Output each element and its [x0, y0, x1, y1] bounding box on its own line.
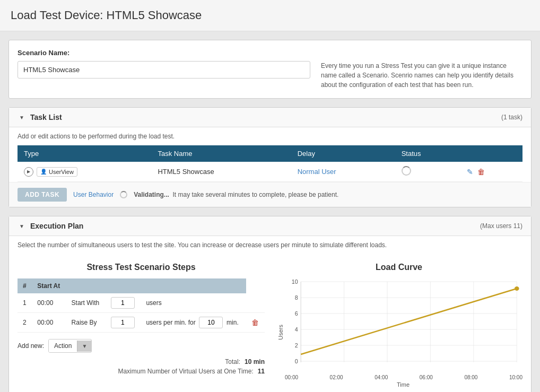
steps-totals: Total: 10 min Maximum Number of Virtual … [18, 358, 265, 375]
step-num-1: 1 [18, 293, 32, 313]
x-label-5: 10:00 [509, 374, 522, 380]
chart-area: Users [275, 276, 522, 388]
userview-label: UserView [49, 169, 74, 175]
step-action-2: Raise By [66, 313, 106, 333]
scenario-name-label: Scenario Name: [18, 49, 522, 57]
task-table-wrapper: Type Task Name Delay Status ▶ 👤 [9, 145, 531, 182]
svg-point-18 [515, 286, 519, 291]
step-start-1: 00:00 [32, 293, 66, 313]
max-users-value: 11 [258, 368, 265, 375]
col-delay: Delay [291, 145, 395, 162]
x-label-1: 02:00 [330, 374, 343, 380]
col-actions [460, 145, 522, 162]
execution-plan-header: ▼ Execution Plan (Max users 11) [9, 216, 531, 236]
task-list-header: ▼ Task List (1 task) [9, 108, 531, 127]
step-val-2 [106, 313, 141, 333]
step-action-1: Start With [66, 293, 106, 313]
step-num-2: 2 [18, 313, 32, 333]
play-button[interactable]: ▶ [24, 167, 33, 177]
step-duration-input-2[interactable] [199, 317, 223, 328]
validating-text: Validating... It may take several minute… [134, 191, 338, 198]
execution-plan-title: ▼ Execution Plan [18, 222, 83, 230]
svg-text:0: 0 [295, 359, 298, 364]
normal-user-link[interactable]: Normal User [298, 168, 336, 176]
steps-col-action [66, 278, 106, 293]
x-label-4: 08:00 [464, 374, 477, 380]
task-action-cell: ✎ 🗑 [460, 162, 522, 182]
task-table: Type Task Name Delay Status ▶ 👤 [18, 145, 522, 182]
scenario-input-wrap [18, 61, 310, 90]
svg-text:6: 6 [295, 311, 298, 317]
edit-task-icon[interactable]: ✎ [467, 168, 473, 176]
x-axis-title: Time [284, 381, 522, 388]
col-status: Status [395, 145, 460, 162]
steps-row-2: 2 00:00 Raise By users per min. for min. [18, 313, 265, 333]
task-list-title-text: Task List [30, 113, 62, 121]
collapse-task-icon[interactable]: ▼ [18, 113, 26, 121]
userview-icon: 👤 [40, 169, 47, 175]
task-list-title: ▼ Task List [18, 113, 62, 121]
task-table-header-row: Type Task Name Delay Status [18, 145, 522, 162]
status-spinner [402, 166, 411, 176]
total-value: 10 min [245, 358, 265, 365]
execution-description: Select the number of simultaneous users … [9, 236, 531, 254]
steps-col-unit [141, 278, 246, 293]
action-dropdown-label[interactable]: Action [49, 339, 77, 352]
task-footer: ADD TASK User Behavior Validating... It … [9, 182, 531, 207]
step-unit-2: users per min. for min. [141, 313, 246, 333]
step-unit-1: users [141, 293, 246, 313]
dropdown-arrow-icon[interactable]: ▼ [77, 341, 91, 352]
step-delete-2: 🗑 [246, 313, 265, 333]
task-list-card: ▼ Task List (1 task) Add or edit actions… [8, 107, 532, 207]
chart-inner: 0 2 4 6 8 10 [284, 276, 522, 388]
load-curve-chart: 0 2 4 6 8 10 [284, 276, 522, 372]
x-axis-labels: 00:00 02:00 04:00 06:00 08:00 10:00 [284, 374, 522, 380]
steps-row-1: 1 00:00 Start With users [18, 293, 265, 313]
step-unit-text-2: users per min. for [146, 319, 195, 326]
task-list-description: Add or edit actions to be performed duri… [9, 127, 531, 145]
svg-text:8: 8 [295, 295, 298, 301]
delete-task-icon[interactable]: 🗑 [477, 168, 485, 176]
execution-layout: Stress Test Scenario Steps # Start At [9, 254, 531, 392]
scenario-section: Scenario Name: Every time you run a Stre… [9, 40, 531, 98]
task-action-icons: ✎ 🗑 [467, 168, 516, 176]
x-label-3: 06:00 [420, 374, 433, 380]
total-label: Total: [225, 358, 240, 365]
steps-col-num: # [18, 278, 32, 293]
steps-col-val [106, 278, 141, 293]
step-value-input-1[interactable] [111, 297, 135, 309]
validating-label: Validating... [134, 191, 169, 198]
validating-note: It may take several minutes to complete,… [173, 191, 339, 198]
max-users-label: Maximum Number of Virtual Users at One T… [118, 368, 253, 375]
page-header: Load Test Device: HTML5 Showcase [0, 0, 540, 31]
x-label-2: 04:00 [374, 374, 388, 380]
userview-badge: 👤 UserView [37, 167, 77, 177]
execution-plan-card: ▼ Execution Plan (Max users 11) Select t… [8, 216, 532, 392]
scenario-help-text: Every time you run a Stress Test you can… [321, 61, 522, 90]
x-label-0: 00:00 [285, 374, 298, 380]
add-new-label: Add new: [18, 342, 44, 350]
svg-text:10: 10 [292, 279, 298, 285]
task-delay-cell: Normal User [291, 162, 395, 182]
svg-text:4: 4 [295, 327, 298, 333]
task-status-cell [395, 162, 460, 182]
step-start-2: 00:00 [32, 313, 66, 333]
step-unit-min-2: min. [227, 319, 239, 326]
delete-step-button-2[interactable]: 🗑 [251, 318, 259, 327]
task-list-badge: (1 task) [501, 114, 522, 121]
collapse-execution-icon[interactable]: ▼ [18, 222, 26, 230]
scenario-name-input[interactable] [18, 61, 310, 79]
y-axis-label: Users [275, 325, 284, 340]
steps-header-row: # Start At [18, 278, 265, 293]
step-val-1 [106, 293, 141, 313]
steps-col-start: Start At [32, 278, 66, 293]
scenario-card: Scenario Name: Every time you run a Stre… [8, 40, 532, 99]
page-title: Load Test Device: HTML5 Showcase [11, 8, 529, 22]
step-value-input-2[interactable] [111, 317, 135, 328]
add-task-button[interactable]: ADD TASK [18, 188, 67, 202]
main-content: Scenario Name: Every time you run a Stre… [0, 31, 540, 392]
user-behavior-link[interactable]: User Behavior [73, 191, 114, 198]
add-new-row: Add new: Action ▼ [18, 339, 265, 353]
action-dropdown[interactable]: Action ▼ [48, 339, 92, 353]
steps-title: Stress Test Scenario Steps [18, 263, 265, 272]
